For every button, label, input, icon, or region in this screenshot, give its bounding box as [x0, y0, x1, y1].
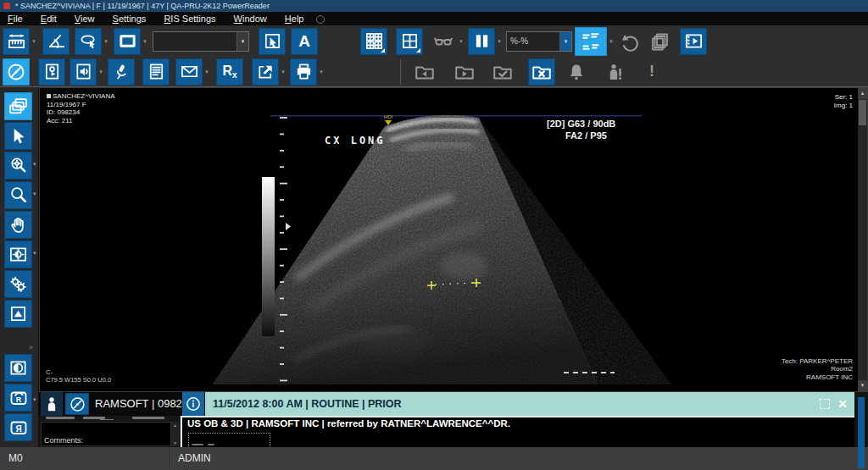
audio-button[interactable] [70, 58, 97, 86]
study-detail-panel: Comments: ▲ ▼ US OB & 3D | RAMSOFT INC |… [39, 416, 854, 447]
email-dropdown-caret-icon[interactable]: ▾ [203, 69, 211, 75]
menu-view[interactable]: View [67, 12, 103, 25]
flip-button[interactable]: Я [4, 413, 32, 441]
print-button[interactable] [290, 58, 317, 86]
tile-dropdown-caret-icon[interactable]: ▾ [607, 38, 615, 45]
scroll-up-icon[interactable]: ▲ [858, 88, 867, 99]
clipped-text [46, 417, 75, 419]
title-bar: * SANCHEZ^VIVIANA | F | 11/19/1967 | 47Y… [0, 0, 868, 12]
image-viewport[interactable]: HDI SANCHEZ^VIVIANA 11/19/1967 F ID: 098… [39, 87, 868, 392]
menu-edit[interactable]: Edit [33, 12, 64, 25]
study-info-button[interactable] [182, 392, 204, 416]
measure-distance-button[interactable] [3, 28, 30, 55]
email-icon [180, 62, 199, 81]
study-list-panel[interactable]: Comments: ▲ ▼ [39, 416, 181, 447]
menu-window[interactable]: Window [226, 12, 275, 25]
series-stack-button[interactable] [4, 92, 32, 120]
prescription-button[interactable]: Rx [216, 58, 243, 86]
ellipse-roi-icon [79, 31, 98, 51]
study-timer-icon [6, 62, 26, 82]
window-scrollbar-thumb[interactable] [858, 397, 865, 468]
thumbnail-text [208, 444, 214, 445]
dynamic-zoom-caret-icon[interactable]: ▾ [33, 161, 36, 168]
comments-box[interactable]: Comments: [41, 422, 171, 446]
wl-presets-icon [8, 274, 28, 294]
annotation-pointer-button[interactable] [259, 28, 286, 55]
report-icon [147, 62, 166, 81]
wl-presets-button[interactable] [4, 270, 32, 298]
annotation-preset-caret-icon[interactable]: ▾ [236, 32, 248, 51]
scroll-down-icon[interactable]: ▼ [858, 380, 867, 391]
stereo-glasses-button [430, 28, 457, 55]
scrollbar-thumb[interactable] [859, 100, 866, 125]
undo-icon [619, 30, 641, 53]
rotate-icon: R [8, 388, 29, 408]
tile-images-button[interactable] [575, 27, 607, 56]
print-dropdown-caret-icon[interactable]: ▾ [317, 69, 326, 75]
close-study-folder-button[interactable] [528, 58, 555, 86]
dynamic-zoom-button[interactable] [4, 152, 32, 180]
zoom-combobox-value: %-% [507, 36, 559, 46]
ellipse-dropdown-caret-icon[interactable]: ▾ [102, 38, 110, 45]
series-thumbnail-slot[interactable] [188, 433, 270, 448]
compare-dropdown-caret-icon[interactable]: ▾ [495, 38, 504, 45]
layout-grid-button[interactable] [396, 28, 423, 55]
study-description-area: US OB & 3D | RAMSOFT INC | referred by R… [181, 416, 854, 447]
image-scrollbar[interactable]: ▲ ▼ [858, 88, 867, 391]
comments-scroll-down-icon[interactable]: ▼ [171, 440, 179, 445]
key-image-button[interactable] [38, 58, 65, 86]
audio-dropdown-caret-icon[interactable]: ▾ [97, 69, 105, 75]
rotate-caret-icon[interactable]: ▾ [33, 396, 36, 403]
dictate-button[interactable] [108, 58, 135, 86]
invert-button[interactable] [4, 354, 32, 382]
pointer-button[interactable] [4, 122, 32, 150]
restore-pane-icon[interactable] [820, 399, 830, 409]
measure-distance-icon [7, 31, 26, 51]
menu-settings[interactable]: Settings [105, 12, 154, 25]
menu-file[interactable]: File [0, 12, 31, 25]
export-button[interactable] [252, 58, 279, 86]
window-level-icon [8, 245, 28, 264]
stereo-dropdown-caret-icon[interactable]: ▾ [457, 38, 465, 45]
measure-angle-button[interactable] [42, 28, 70, 55]
layout-grid-corner-caret-icon [416, 48, 420, 53]
menu-help[interactable]: Help [277, 12, 312, 25]
rect-roi-button[interactable] [114, 28, 141, 55]
window-level-button[interactable] [4, 241, 32, 268]
rect-dropdown-caret-icon[interactable]: ▾ [141, 38, 149, 45]
ellipse-roi-button[interactable] [75, 28, 102, 55]
key-image-icon [42, 62, 62, 81]
zoom-caret-icon[interactable]: ▾ [33, 191, 36, 197]
study-timer-button[interactable] [3, 58, 30, 86]
cine-button[interactable] [680, 28, 707, 55]
prescription-icon: Rx [222, 64, 236, 80]
compare-series-button[interactable] [468, 28, 495, 55]
window-level-caret-icon[interactable]: ▾ [33, 250, 36, 257]
text-annotation-button[interactable]: A [291, 28, 318, 55]
ultrasound-image[interactable]: HDI [40, 88, 858, 391]
annotation-preset-combobox[interactable]: ▾ [153, 31, 249, 52]
zoom-combobox-caret-icon[interactable]: ▾ [559, 32, 571, 51]
comments-scrollbar[interactable]: ▲ ▼ [171, 422, 179, 446]
report-button[interactable] [142, 58, 170, 86]
sidebar-overflow-icon[interactable]: » [29, 343, 33, 351]
rotate-button[interactable]: R [4, 384, 32, 412]
export-dropdown-caret-icon[interactable]: ▾ [279, 69, 287, 75]
export-icon [256, 62, 275, 81]
prior-image-button[interactable] [4, 300, 32, 328]
toolbar-reporting: ▾ ▾ Rx ▾ [0, 57, 868, 87]
pan-icon [8, 215, 28, 235]
zoom-combobox[interactable]: %-% ▾ [506, 31, 572, 52]
dictate-icon [112, 62, 131, 81]
prev-study-folder-button [411, 58, 438, 86]
comments-scroll-up-icon[interactable]: ▲ [171, 423, 179, 428]
patient-button[interactable] [41, 392, 63, 416]
layout-multi-grid-button[interactable] [360, 28, 387, 55]
measure-dropdown-caret-icon[interactable]: ▾ [30, 38, 38, 45]
zoom-button[interactable] [4, 181, 32, 209]
menu-ris-settings[interactable]: RIS Settings [156, 12, 223, 25]
pan-button[interactable] [4, 211, 32, 239]
email-button[interactable] [175, 58, 203, 86]
close-pane-icon[interactable]: ✕ [837, 392, 848, 416]
workspace-timer-button[interactable] [65, 393, 89, 415]
